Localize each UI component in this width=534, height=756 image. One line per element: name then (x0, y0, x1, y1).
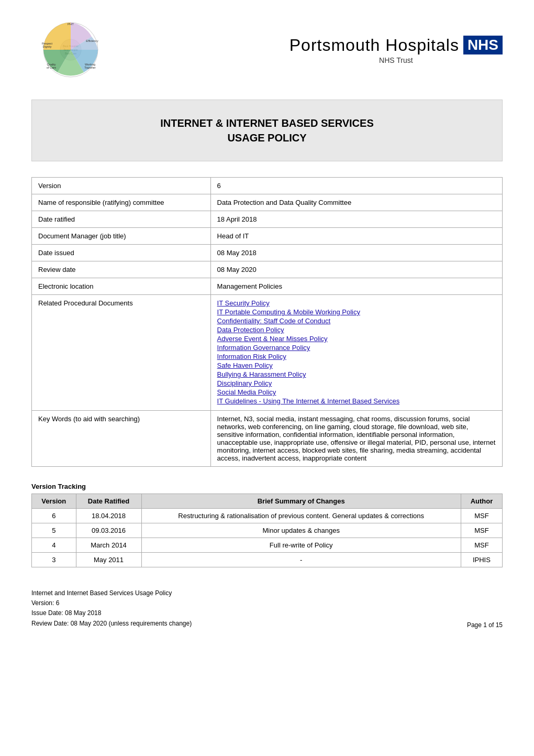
value-review-date: 08 May 2020 (210, 261, 502, 278)
table-row: 5 09.03.2016 Minor updates & changes MSF (32, 523, 503, 538)
link-info-governance[interactable]: Information Governance Policy (217, 344, 496, 352)
col-summary: Brief Summary of Changes (141, 494, 461, 509)
footer-left-text: Internet and Internet Based Services Usa… (31, 588, 192, 629)
related-procedural-documents-row: Related Procedural Documents IT Security… (32, 295, 503, 411)
table-row: Electronic location Management Policies (32, 278, 503, 295)
link-data-protection[interactable]: Data Protection Policy (217, 326, 496, 334)
vt-version-5: 5 (32, 523, 76, 538)
label-electronic-location: Electronic location (32, 278, 211, 295)
label-doc-manager: Document Manager (job title) (32, 228, 211, 245)
version-tracking-table: Version Date Ratified Brief Summary of C… (31, 494, 503, 567)
vt-summary-3: - (141, 553, 461, 567)
label-version: Version (32, 178, 211, 194)
page-header: Best Hospital Best People Best Care PHT … (31, 16, 503, 84)
col-author: Author (461, 494, 502, 509)
value-version: 6 (210, 178, 502, 194)
footer-line4: Review Date: 08 May 2020 (unless require… (31, 620, 192, 627)
link-social-media[interactable]: Social Media Policy (217, 388, 496, 396)
keywords-row: Key Words (to aid with searching) Intern… (32, 411, 503, 467)
svg-text:Together: Together (84, 66, 96, 69)
table-row: Document Manager (job title) Head of IT (32, 228, 503, 245)
value-electronic-location: Management Policies (210, 278, 502, 295)
table-row: 3 May 2011 - IPHIS (32, 553, 503, 567)
label-date-ratified: Date ratified (32, 211, 211, 228)
value-committee: Data Protection and Data Quality Committ… (210, 194, 502, 211)
link-bullying[interactable]: Bullying & Harassment Policy (217, 370, 496, 378)
document-title-box: INTERNET & INTERNET BASED SERVICES USAGE… (31, 100, 503, 161)
vt-author-5: MSF (461, 523, 502, 538)
link-adverse-event[interactable]: Adverse Event & Near Misses Policy (217, 335, 496, 343)
link-portable-computing[interactable]: IT Portable Computing & Mobile Working P… (217, 308, 496, 316)
vt-version-3: 3 (32, 553, 76, 567)
link-confidentiality[interactable]: Confidentiality: Staff Code of Conduct (217, 317, 496, 325)
vt-date-6: 18.04.2018 (76, 509, 141, 523)
footer-page-number: Page 1 of 15 (467, 621, 503, 629)
vt-version-4: 4 (32, 538, 76, 553)
svg-text:PHT: PHT (68, 23, 74, 26)
vt-summary-4: Full re-write of Policy (141, 538, 461, 553)
table-row: Version 6 (32, 178, 503, 194)
table-row: 6 18.04.2018 Restructuring & rationalisa… (32, 509, 503, 523)
svg-text:Dignity: Dignity (43, 45, 52, 48)
nhs-badge: NHS (463, 36, 503, 54)
label-date-issued: Date issued (32, 245, 211, 261)
link-info-risk[interactable]: Information Risk Policy (217, 353, 496, 360)
value-related-docs: IT Security Policy IT Portable Computing… (210, 295, 502, 411)
svg-text:Efficiency: Efficiency (86, 39, 98, 42)
related-docs-links: IT Security Policy IT Portable Computing… (217, 299, 496, 405)
nhs-logo: Portsmouth Hospitals NHS NHS Trust (290, 36, 503, 64)
vt-author-4: MSF (461, 538, 502, 553)
label-related-docs: Related Procedural Documents (32, 295, 211, 411)
table-row: Review date 08 May 2020 (32, 261, 503, 278)
page-footer: Internet and Internet Based Services Usa… (31, 588, 503, 629)
col-date-ratified: Date Ratified (76, 494, 141, 509)
value-keywords: Internet, N3, social media, instant mess… (210, 411, 502, 467)
value-date-ratified: 18 April 2018 (210, 211, 502, 228)
vt-author-3: IPHIS (461, 553, 502, 567)
phu-logo: Best Hospital Best People Best Care PHT … (31, 16, 115, 84)
vt-date-5: 09.03.2016 (76, 523, 141, 538)
vt-date-3: May 2011 (76, 553, 141, 567)
vt-summary-6: Restructuring & rationalisation of previ… (141, 509, 461, 523)
version-table-header-row: Version Date Ratified Brief Summary of C… (32, 494, 503, 509)
label-committee: Name of responsible (ratifying) committe… (32, 194, 211, 211)
table-row: Name of responsible (ratifying) committe… (32, 194, 503, 211)
col-version: Version (32, 494, 76, 509)
link-it-guidelines[interactable]: IT Guidelines - Using The Internet & Int… (217, 397, 496, 405)
table-row: Date issued 08 May 2018 (32, 245, 503, 261)
link-disciplinary[interactable]: Disciplinary Policy (217, 379, 496, 387)
table-row: 4 March 2014 Full re-write of Policy MSF (32, 538, 503, 553)
vt-author-6: MSF (461, 509, 502, 523)
footer-line2: Version: 6 (31, 599, 59, 607)
vt-summary-5: Minor updates & changes (141, 523, 461, 538)
value-doc-manager: Head of IT (210, 228, 502, 245)
vt-date-4: March 2014 (76, 538, 141, 553)
document-title: INTERNET & INTERNET BASED SERVICES USAGE… (42, 116, 492, 145)
link-it-security[interactable]: IT Security Policy (217, 299, 496, 307)
nhs-trust-label: NHS Trust (290, 56, 503, 64)
document-info-table: Version 6 Name of responsible (ratifying… (31, 177, 503, 467)
svg-text:of Care: of Care (47, 66, 56, 69)
portsmouth-hospitals-text: Portsmouth Hospitals (290, 36, 459, 55)
value-date-issued: 08 May 2018 (210, 245, 502, 261)
version-tracking-heading: Version Tracking (31, 483, 503, 490)
footer-line3: Issue Date: 08 May 2018 (31, 609, 101, 617)
link-safe-haven[interactable]: Safe Haven Policy (217, 361, 496, 369)
table-row: Date ratified 18 April 2018 (32, 211, 503, 228)
label-review-date: Review date (32, 261, 211, 278)
vt-version-6: 6 (32, 509, 76, 523)
label-keywords: Key Words (to aid with searching) (32, 411, 211, 467)
footer-line1: Internet and Internet Based Services Usa… (31, 589, 172, 597)
